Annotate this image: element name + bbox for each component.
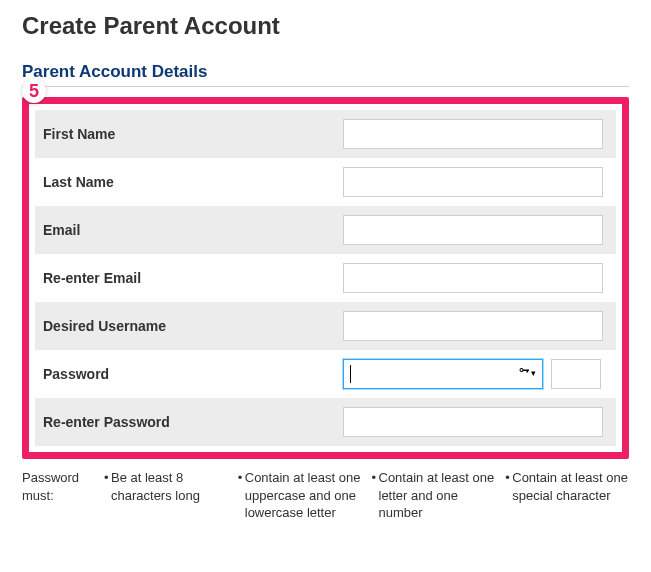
rule-4: Contain at least one special character xyxy=(505,469,629,522)
reenter-email-input[interactable] xyxy=(343,263,603,293)
row-reenter-email: Re-enter Email xyxy=(35,254,616,302)
last-name-input[interactable] xyxy=(343,167,603,197)
username-input[interactable] xyxy=(343,311,603,341)
text-caret xyxy=(350,365,351,383)
row-first-name: First Name xyxy=(35,110,616,158)
rule-3: Contain at least one letter and one numb… xyxy=(372,469,496,522)
chevron-down-icon: ▾ xyxy=(531,368,536,378)
password-rules: Password must: Be at least 8 characters … xyxy=(22,469,629,522)
label-password: Password xyxy=(43,366,343,382)
label-last-name: Last Name xyxy=(43,174,343,190)
password-input[interactable]: ▾ xyxy=(343,359,543,389)
row-username: Desired Username xyxy=(35,302,616,350)
step-badge: 5 xyxy=(22,79,46,103)
label-username: Desired Username xyxy=(43,318,343,334)
key-icon xyxy=(518,365,530,380)
row-password: Password ▾ xyxy=(35,350,616,398)
rules-lead: Password must: xyxy=(22,469,94,522)
label-first-name: First Name xyxy=(43,126,343,142)
label-reenter-email: Re-enter Email xyxy=(43,270,343,286)
reenter-password-input[interactable] xyxy=(343,407,603,437)
password-strength-box xyxy=(551,359,601,389)
form-container: First Name Last Name Email Re-enter Emai… xyxy=(22,97,629,459)
section-title: Parent Account Details xyxy=(22,62,629,82)
label-reenter-password: Re-enter Password xyxy=(43,414,343,430)
page-title: Create Parent Account xyxy=(22,12,629,40)
row-last-name: Last Name xyxy=(35,158,616,206)
email-input[interactable] xyxy=(343,215,603,245)
row-reenter-password: Re-enter Password xyxy=(35,398,616,446)
rule-2: Contain at least one uppercase and one l… xyxy=(238,469,362,522)
password-key-dropdown[interactable]: ▾ xyxy=(518,365,536,380)
label-email: Email xyxy=(43,222,343,238)
section-divider xyxy=(22,86,629,87)
rule-1: Be at least 8 characters long xyxy=(104,469,228,522)
row-email: Email xyxy=(35,206,616,254)
first-name-input[interactable] xyxy=(343,119,603,149)
